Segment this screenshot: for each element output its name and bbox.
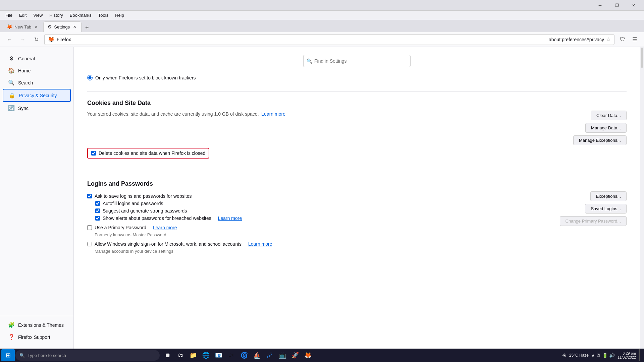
clock-date: 11/02/2022 bbox=[618, 355, 636, 359]
divider-1 bbox=[87, 91, 627, 92]
autofill-checkbox[interactable] bbox=[95, 201, 100, 206]
logins-content-row: Ask to save logins and passwords for web… bbox=[87, 191, 627, 254]
taskbar-clock[interactable]: 6:29 pm 11/02/2022 bbox=[618, 351, 636, 359]
sidebar-item-extensions[interactable]: 🧩 Extensions & Themes bbox=[3, 319, 71, 331]
taskbar-app2[interactable]: 🚀 bbox=[289, 349, 301, 361]
find-in-settings-input[interactable] bbox=[303, 55, 411, 67]
manage-exceptions-button[interactable]: Manage Exceptions... bbox=[573, 135, 627, 145]
taskbar-edge[interactable]: 🌐 bbox=[200, 349, 212, 361]
taskbar-photos[interactable]: 📺 bbox=[276, 349, 288, 361]
scrollbar-track[interactable] bbox=[640, 47, 644, 349]
address-text: Firefox bbox=[57, 37, 547, 42]
sidebar-item-support[interactable]: ❓ Firefox Support bbox=[3, 331, 71, 343]
tab-settings[interactable]: ⚙ Settings ✕ bbox=[43, 21, 82, 32]
exceptions-button[interactable]: Exceptions... bbox=[590, 191, 627, 201]
start-button[interactable]: ⊞ bbox=[1, 349, 15, 361]
cookies-description: Your stored cookies, site data, and cach… bbox=[87, 111, 567, 118]
sidebar-item-general[interactable]: ⚙ General bbox=[3, 53, 71, 64]
show-alerts-checkbox[interactable] bbox=[95, 216, 100, 221]
sync-icon: 🔄 bbox=[8, 105, 15, 111]
menu-bookmarks[interactable]: Bookmarks bbox=[67, 12, 94, 19]
windows-sso-checkbox[interactable] bbox=[87, 242, 92, 246]
primary-password-note: Formerly known as Master Password bbox=[95, 232, 553, 237]
logins-section: Logins and Passwords Ask to save logins … bbox=[87, 180, 627, 254]
menu-file[interactable]: File bbox=[3, 12, 15, 19]
address-bar[interactable]: 🦊 Firefox about:preferences#privacy ☆ bbox=[44, 34, 614, 45]
tracker-radio-group: Only when Firefox is set to block known … bbox=[87, 75, 627, 80]
search-wrapper: 🔍 bbox=[303, 55, 411, 67]
taskbar-task-view[interactable]: 🗂 bbox=[174, 349, 186, 361]
tab-bar: 🦊 New Tab ✕ ⚙ Settings ✕ + bbox=[0, 20, 644, 32]
suggest-row: Suggest and generate strong passwords bbox=[95, 208, 553, 214]
logins-content-left: Ask to save logins and passwords for web… bbox=[87, 191, 553, 254]
manage-data-button[interactable]: Manage Data... bbox=[585, 123, 627, 133]
change-primary-button[interactable]: Change Primary Password... bbox=[560, 216, 627, 226]
saved-logins-button[interactable]: Saved Logins... bbox=[585, 204, 627, 214]
show-alerts-row: Show alerts about passwords for breached… bbox=[95, 216, 553, 221]
cookies-desc-text: Your stored cookies, site data, and cach… bbox=[87, 111, 259, 117]
bookmark-star-icon[interactable]: ☆ bbox=[606, 36, 611, 43]
primary-password-learn-more-link[interactable]: Learn more bbox=[153, 225, 177, 230]
windows-sso-row: Allow Windows single sign-on for Microso… bbox=[87, 241, 553, 247]
menu-edit[interactable]: Edit bbox=[16, 12, 29, 19]
sidebar-item-home-label: Home bbox=[18, 68, 31, 73]
taskbar-app1[interactable]: 🌀 bbox=[238, 349, 250, 361]
back-button[interactable]: ← bbox=[4, 34, 15, 45]
maximize-button[interactable]: ❐ bbox=[609, 0, 625, 11]
sidebar-item-general-label: General bbox=[18, 56, 35, 61]
windows-sso-learn-more-link[interactable]: Learn more bbox=[248, 241, 272, 247]
forward-button[interactable]: → bbox=[17, 34, 28, 45]
delete-cookies-label: Delete cookies and site data when Firefo… bbox=[99, 150, 205, 156]
sidebar-item-privacy[interactable]: 🔒 Privacy & Security bbox=[3, 89, 71, 102]
extensions-icon: 🧩 bbox=[8, 322, 15, 328]
primary-password-checkbox[interactable] bbox=[87, 225, 92, 230]
tab-settings-label: Settings bbox=[54, 24, 70, 29]
sidebar-item-search[interactable]: 🔍 Search bbox=[3, 77, 71, 88]
taskbar-word[interactable]: 🖊 bbox=[264, 349, 276, 361]
taskbar-skype[interactable]: ⛵ bbox=[251, 349, 263, 361]
suggest-checkbox[interactable] bbox=[95, 208, 100, 213]
tray-display-icon[interactable]: 🖥 bbox=[596, 353, 601, 358]
tab-newtab-close[interactable]: ✕ bbox=[33, 24, 39, 29]
close-button[interactable]: ✕ bbox=[626, 0, 641, 11]
shield-icon[interactable]: 🛡 bbox=[617, 34, 628, 45]
menu-view[interactable]: View bbox=[31, 12, 45, 19]
new-tab-button[interactable]: + bbox=[82, 23, 92, 32]
taskbar-search-text: Type here to search bbox=[28, 353, 66, 358]
taskbar-search[interactable]: 🔍 Type here to search bbox=[15, 350, 160, 361]
show-desktop-button[interactable] bbox=[639, 349, 640, 361]
autofill-label: Autofill logins and passwords bbox=[103, 201, 163, 206]
cookies-learn-more-link[interactable]: Learn more bbox=[261, 111, 285, 117]
menu-bar: File Edit View History Bookmarks Tools H… bbox=[0, 11, 644, 20]
taskbar-items: ⏺ 🗂 📁 🌐 📧 🛍 🌀 ⛵ 🖊 📺 🚀 🦊 bbox=[162, 349, 314, 361]
divider-2 bbox=[87, 172, 627, 172]
minimize-button[interactable]: ─ bbox=[592, 0, 608, 11]
clear-data-button[interactable]: Clear Data... bbox=[591, 111, 627, 120]
tray-chevron-icon[interactable]: ∧ bbox=[591, 353, 595, 358]
newtab-favicon: 🦊 bbox=[7, 24, 12, 29]
taskbar-cortana[interactable]: ⏺ bbox=[162, 349, 174, 361]
sidebar-item-privacy-label: Privacy & Security bbox=[19, 93, 57, 98]
taskbar-store[interactable]: 🛍 bbox=[225, 349, 237, 361]
reload-button[interactable]: ↻ bbox=[31, 34, 42, 45]
taskbar-file-explorer[interactable]: 📁 bbox=[187, 349, 199, 361]
menu-help[interactable]: Help bbox=[112, 12, 127, 19]
tab-settings-close[interactable]: ✕ bbox=[72, 24, 77, 29]
taskbar-firefox[interactable]: 🦊 bbox=[302, 349, 314, 361]
radio-block-trackers[interactable] bbox=[87, 75, 93, 80]
ask-save-checkbox[interactable] bbox=[87, 194, 92, 198]
tray-battery-icon[interactable]: 🔋 bbox=[602, 353, 608, 358]
firefox-logo-icon: 🦊 bbox=[48, 36, 55, 43]
delete-cookies-checkbox[interactable] bbox=[91, 151, 96, 156]
sidebar-item-home[interactable]: 🏠 Home bbox=[3, 65, 71, 76]
scrollbar-thumb[interactable] bbox=[641, 48, 643, 68]
tab-newtab[interactable]: 🦊 New Tab ✕ bbox=[3, 21, 43, 32]
sidebar-item-sync-label: Sync bbox=[18, 106, 29, 111]
taskbar-mail[interactable]: 📧 bbox=[213, 349, 225, 361]
sidebar-item-sync[interactable]: 🔄 Sync bbox=[3, 102, 71, 114]
menu-history[interactable]: History bbox=[47, 12, 65, 19]
show-alerts-learn-more-link[interactable]: Learn more bbox=[218, 216, 242, 221]
menu-tools[interactable]: Tools bbox=[96, 12, 111, 19]
tray-volume-icon[interactable]: 🔊 bbox=[609, 353, 615, 358]
menu-icon[interactable]: ☰ bbox=[629, 34, 640, 45]
